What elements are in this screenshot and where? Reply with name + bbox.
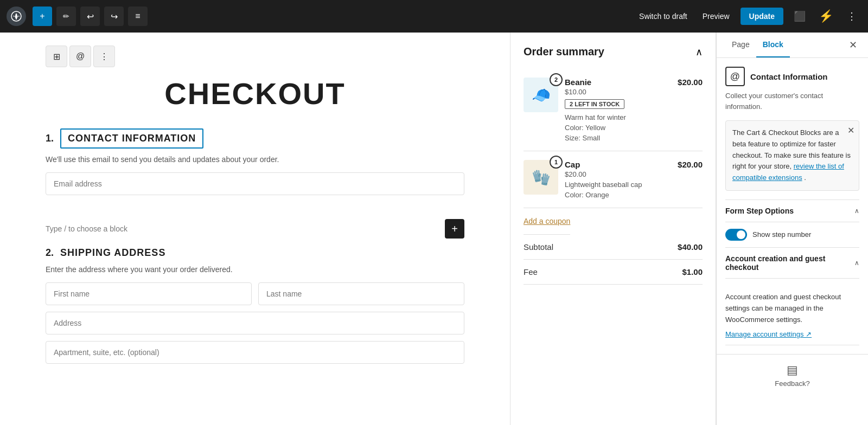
- fee-label: Fee: [524, 267, 538, 276]
- redo-button[interactable]: ↪: [104, 7, 124, 26]
- cap-desc: Lightweight baseball cap: [565, 181, 671, 189]
- feedback-icon: ▤: [787, 363, 798, 377]
- email-input[interactable]: [46, 172, 464, 195]
- list-view-button[interactable]: ≡: [128, 7, 148, 26]
- block-info-header: @ Contact Information: [725, 67, 859, 86]
- apt-input[interactable]: [46, 341, 464, 364]
- toolbar: + ✏ ↩ ↪ ≡ Switch to draft Preview Update…: [0, 0, 868, 33]
- shipping-address-section: 2. SHIPPING ADDRESS Enter the address wh…: [46, 247, 464, 370]
- type-block-area: Type / to choose a block +: [46, 215, 464, 243]
- form-step-options-title: Form Step Options: [725, 207, 794, 215]
- right-sidebar: Page Block ✕ @ Contact Information Colle…: [716, 33, 868, 425]
- cap-price-total: $20.00: [678, 160, 703, 169]
- page-title: CHECKOUT: [46, 76, 464, 111]
- toolbar-right: Switch to draft Preview Update ⬛ ⚡ ⋮: [635, 7, 861, 26]
- feedback-button[interactable]: ▤ Feedback?: [717, 355, 868, 396]
- add-block-toolbar-button[interactable]: +: [33, 7, 52, 26]
- account-chevron-icon: ∧: [854, 259, 859, 267]
- notice-text-end: .: [804, 173, 806, 182]
- form-step-options-panel: Form Step Options ∧ Show step number: [725, 200, 859, 241]
- account-section-panel: Account creation and guest checkout ∧ Ac…: [725, 248, 859, 345]
- more-options-button[interactable]: ⋮: [842, 7, 861, 26]
- fee-row: Fee $1.00: [524, 260, 703, 285]
- layout-icon-button[interactable]: ⬛: [790, 7, 809, 26]
- block-toolbar: ⊞ @ ⋮: [46, 46, 464, 67]
- show-step-number-label: Show step number: [752, 230, 811, 239]
- fee-value: $1.00: [682, 267, 703, 276]
- sidebar-tabs: Page Block ✕: [717, 33, 868, 58]
- main-layout: ⊞ @ ⋮ CHECKOUT 1. CONTACT INFORMATION We…: [0, 33, 868, 425]
- sidebar-close-button[interactable]: ✕: [847, 33, 859, 57]
- section2-header: 2. SHIPPING ADDRESS: [46, 247, 464, 259]
- switch-to-draft-button[interactable]: Switch to draft: [635, 9, 692, 24]
- add-block-inline-button[interactable]: +: [445, 219, 464, 239]
- cap-emoji: 🧤: [532, 169, 551, 186]
- name-row: [46, 282, 464, 312]
- layout-tool-button[interactable]: ⊞: [46, 46, 67, 67]
- beanie-quantity-badge: 2: [550, 73, 563, 86]
- account-section-content: Account creation and guest checkout sett…: [725, 285, 859, 345]
- order-item-beanie: 🧢 2 Beanie $10.00 2 LEFT IN STOCK Warm h…: [524, 69, 703, 151]
- section2-number: 2.: [46, 247, 54, 259]
- beanie-name: Beanie: [565, 78, 671, 87]
- preview-button[interactable]: Preview: [698, 9, 734, 24]
- address-input[interactable]: [46, 312, 464, 334]
- form-step-chevron-icon: ∧: [854, 207, 859, 215]
- contact-info-section: 1. CONTACT INFORMATION We'll use this em…: [46, 128, 464, 202]
- subtotal-row: Subtotal $40.00: [524, 235, 703, 260]
- last-name-input[interactable]: [258, 282, 464, 305]
- beanie-image: 🧢 2: [524, 78, 558, 112]
- edit-button[interactable]: ✏: [56, 7, 76, 26]
- type-block-hint: Type / to choose a block: [46, 224, 127, 233]
- account-section-header[interactable]: Account creation and guest checkout ∧: [725, 248, 859, 279]
- tab-block[interactable]: Block: [756, 33, 790, 57]
- performance-icon-button[interactable]: ⚡: [816, 7, 835, 26]
- account-desc: Account creation and guest checkout sett…: [725, 292, 859, 325]
- editor-area: ⊞ @ ⋮ CHECKOUT 1. CONTACT INFORMATION We…: [0, 33, 510, 425]
- sidebar-content: @ Contact Information Collect your custo…: [717, 58, 868, 354]
- manage-account-settings-link[interactable]: Manage account settings ↗: [725, 330, 812, 338]
- block-info-title: Contact Information: [750, 72, 828, 81]
- collapse-order-summary-button[interactable]: ∧: [695, 46, 703, 58]
- add-coupon-button[interactable]: Add a coupon: [524, 208, 570, 235]
- block-info-desc: Collect your customer's contact informat…: [725, 91, 859, 112]
- order-summary-panel: Order summary ∧ 🧢 2 Beanie $10.00 2 LEFT…: [510, 33, 716, 425]
- tab-page[interactable]: Page: [725, 33, 756, 57]
- beta-notice-box: ✕ The Cart & Checkout Blocks are a beta …: [725, 120, 859, 191]
- order-summary-header: Order summary ∧: [524, 46, 703, 58]
- beanie-color: Color: Yellow: [565, 124, 671, 132]
- section2-title: SHIPPING ADDRESS: [60, 247, 165, 259]
- cap-quantity-badge: 1: [550, 156, 563, 169]
- section1-desc: We'll use this email to send you details…: [46, 155, 464, 164]
- cap-price-sub: $20.00: [565, 170, 671, 178]
- beanie-size: Size: Small: [565, 134, 671, 142]
- beanie-price-sub: $10.00: [565, 88, 671, 96]
- update-button[interactable]: Update: [741, 8, 783, 25]
- beanie-desc: Warm hat for winter: [565, 113, 671, 121]
- cap-details: Cap $20.00 Lightweight baseball cap Colo…: [565, 160, 671, 199]
- account-section-title: Account creation and guest checkout: [725, 254, 854, 272]
- first-name-input[interactable]: [46, 282, 252, 305]
- undo-button[interactable]: ↩: [80, 7, 100, 26]
- order-summary-title: Order summary: [524, 46, 604, 58]
- section1-header: 1. CONTACT INFORMATION: [46, 128, 464, 149]
- section1-title[interactable]: CONTACT INFORMATION: [60, 128, 203, 149]
- wp-logo-icon[interactable]: [7, 7, 26, 26]
- more-tool-button[interactable]: ⋮: [93, 46, 115, 67]
- show-step-number-row: Show step number: [725, 229, 859, 241]
- beanie-details: Beanie $10.00 2 LEFT IN STOCK Warm hat f…: [565, 78, 671, 142]
- beanie-price-total: $20.00: [678, 78, 703, 87]
- cap-image: 🧤 1: [524, 160, 558, 195]
- show-step-number-toggle[interactable]: [725, 229, 747, 241]
- block-icon: @: [725, 67, 745, 86]
- at-tool-button[interactable]: @: [69, 46, 91, 67]
- cap-name: Cap: [565, 160, 671, 169]
- feedback-label: Feedback?: [775, 379, 809, 388]
- section2-desc: Enter the address where you want your or…: [46, 265, 464, 274]
- form-step-options-header[interactable]: Form Step Options ∧: [725, 200, 859, 222]
- beanie-stock-badge: 2 LEFT IN STOCK: [565, 99, 624, 109]
- notice-close-button[interactable]: ✕: [847, 125, 854, 136]
- beanie-emoji: 🧢: [532, 86, 551, 104]
- section1-number: 1.: [46, 133, 54, 144]
- subtotal-value: $40.00: [678, 242, 703, 252]
